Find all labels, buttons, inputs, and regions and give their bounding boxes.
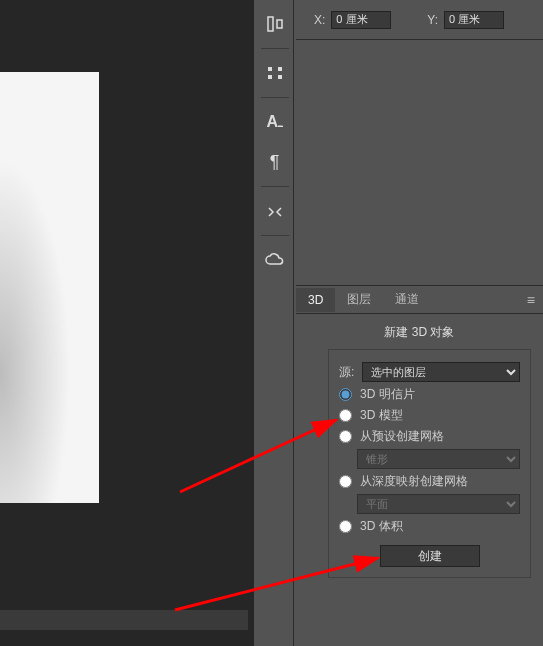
paragraph-icon[interactable]: ¶ [259,146,291,178]
label-preset[interactable]: 从预设创建网格 [360,428,444,445]
tab-channels[interactable]: 通道 [383,286,431,313]
radio-postcard[interactable] [339,388,352,401]
right-panel: X: Y: 3D 图层 通道 ≡ 新建 3D 对象 源: 选中的图层 3D 明信… [296,0,543,646]
svg-rect-0 [268,67,272,71]
canvas-document[interactable] [0,72,99,503]
y-label: Y: [427,13,438,27]
source-select[interactable]: 选中的图层 [362,362,520,382]
tab-layers[interactable]: 图层 [335,286,383,313]
panel-3d: 新建 3D 对象 源: 选中的图层 3D 明信片 3D 模型 从预设创建网格 [296,314,543,588]
x-label: X: [314,13,325,27]
create-button[interactable]: 创建 [380,545,480,567]
depth-shape-select: 平面 [357,494,520,514]
panel-title: 新建 3D 对象 [296,320,543,349]
empty-panel [296,40,543,286]
align-icon[interactable] [259,8,291,40]
label-postcard[interactable]: 3D 明信片 [360,386,415,403]
distribute-icon[interactable] [259,57,291,89]
source-label: 源: [339,364,354,381]
x-input[interactable] [331,11,391,29]
label-volume[interactable]: 3D 体积 [360,518,403,535]
radio-depth[interactable] [339,475,352,488]
label-model[interactable]: 3D 模型 [360,407,403,424]
new-3d-group: 源: 选中的图层 3D 明信片 3D 模型 从预设创建网格 锥形 [328,349,531,578]
y-input[interactable] [444,11,504,29]
svg-rect-2 [268,75,272,79]
tab-3d[interactable]: 3D [296,288,335,312]
radio-model[interactable] [339,409,352,422]
label-depth[interactable]: 从深度映射创建网格 [360,473,468,490]
radio-preset[interactable] [339,430,352,443]
cloud-icon[interactable] [259,244,291,276]
tools-icon[interactable] [259,195,291,227]
panel-menu-icon[interactable]: ≡ [519,288,543,312]
svg-rect-1 [278,67,282,71]
canvas-area[interactable] [0,0,254,646]
panel-tabs: 3D 图层 通道 ≡ [296,286,543,314]
text-a-icon[interactable]: A_ [259,106,291,138]
canvas-statusbar [0,610,248,630]
radio-volume[interactable] [339,520,352,533]
coordinates-bar: X: Y: [296,0,543,40]
preset-shape-select: 锥形 [357,449,520,469]
svg-rect-3 [278,75,282,79]
vertical-toolbar: A_ ¶ [256,0,294,646]
